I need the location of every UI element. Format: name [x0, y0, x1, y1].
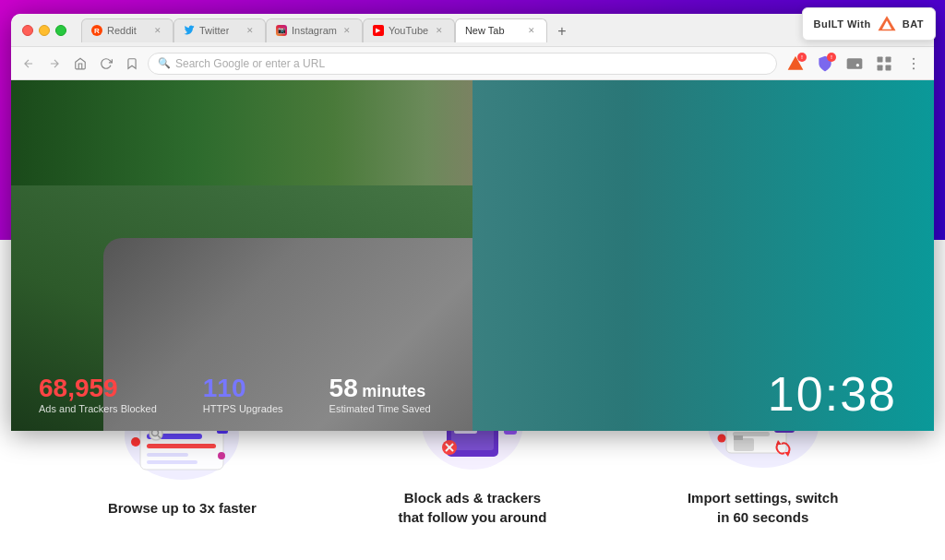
extensions-icon[interactable] — [871, 51, 897, 77]
bat-badge-text2: BAT — [903, 18, 924, 30]
url-input-field[interactable]: 🔍 Search Google or enter a URL — [148, 53, 777, 75]
bat-badge-text1: BuILT With — [814, 18, 871, 30]
tab-instagram-close[interactable]: ✕ — [341, 25, 353, 36]
tab-newtab[interactable]: New Tab ✕ — [455, 18, 547, 42]
svg-point-25 — [131, 437, 140, 447]
svg-rect-20 — [147, 453, 188, 457]
new-tab-button[interactable]: + — [551, 20, 573, 42]
toolbar-right: ! ! — [783, 51, 927, 77]
bat-logo-icon — [877, 14, 897, 34]
time-unit: minutes — [362, 382, 425, 400]
tab-youtube-label: YouTube — [389, 25, 428, 36]
time-value: 58 — [329, 374, 358, 402]
ads-blocked-label: Ads and Trackers Blocked — [39, 403, 157, 414]
traffic-lights — [22, 25, 66, 36]
maximize-button[interactable] — [55, 25, 66, 36]
tab-twitter-close[interactable]: ✕ — [245, 25, 256, 36]
feature-block-ads-label: Block ads & trackersthat follow you arou… — [399, 488, 547, 527]
address-bar: 🔍 Search Google or enter a URL ! ! — [11, 47, 934, 80]
shields-badge: ! — [827, 53, 836, 62]
tab-twitter-label: Twitter — [199, 25, 229, 36]
tab-twitter[interactable]: Twitter ✕ — [173, 18, 266, 42]
https-stat: 110 HTTPS Upgrades — [203, 375, 283, 414]
menu-button[interactable] — [901, 51, 927, 77]
stats-overlay: 68,959 Ads and Trackers Blocked 110 HTTP… — [39, 375, 431, 414]
svg-point-11 — [913, 67, 915, 69]
tab-newtab-label: New Tab — [465, 25, 505, 36]
svg-point-59 — [717, 435, 725, 443]
time-stat: 58 minutes Estimated Time Saved — [329, 375, 431, 414]
svg-rect-5 — [878, 56, 883, 62]
brave-rewards-icon[interactable]: ! — [783, 51, 808, 77]
ads-blocked-value: 68,959 — [39, 375, 157, 401]
home-button[interactable] — [70, 54, 90, 74]
title-bar: R Reddit ✕ Twitter ✕ 📷 Instagram ✕ — [11, 14, 934, 47]
svg-rect-55 — [734, 435, 743, 440]
bat-badge[interactable]: BuILT With BAT — [802, 7, 936, 41]
browser-content: 68,959 Ads and Trackers Blocked 110 HTTP… — [11, 80, 934, 431]
svg-point-9 — [913, 57, 915, 59]
svg-rect-7 — [878, 65, 883, 70]
refresh-button[interactable] — [96, 54, 116, 74]
instagram-favicon: 📷 — [276, 25, 287, 36]
minimize-button[interactable] — [39, 25, 50, 36]
svg-rect-19 — [147, 444, 216, 448]
https-label: HTTPS Upgrades — [203, 403, 283, 414]
svg-rect-6 — [886, 56, 891, 62]
tab-youtube-close[interactable]: ✕ — [434, 25, 445, 36]
back-button[interactable] — [18, 54, 39, 74]
youtube-favicon: ▶ — [373, 25, 384, 36]
tab-reddit-close[interactable]: ✕ — [152, 25, 163, 36]
close-button[interactable] — [22, 25, 33, 36]
svg-rect-4 — [847, 58, 863, 69]
feature-import-label: Import settings, switchin 60 seconds — [688, 488, 838, 527]
tab-newtab-close[interactable]: ✕ — [526, 25, 537, 36]
reddit-favicon: R — [91, 25, 102, 36]
tab-reddit[interactable]: R Reddit ✕ — [81, 18, 173, 42]
feature-browse-faster-label: Browse up to 3x faster — [108, 498, 257, 518]
brave-wallet-icon[interactable] — [842, 51, 867, 77]
brave-shields-icon[interactable]: ! — [812, 51, 838, 77]
browser-window: R Reddit ✕ Twitter ✕ 📷 Instagram ✕ — [11, 14, 934, 431]
twitter-favicon — [184, 25, 195, 36]
clock-display: 10:38 — [768, 366, 897, 422]
time-label: Estimated Time Saved — [329, 403, 431, 414]
tab-instagram[interactable]: 📷 Instagram ✕ — [266, 18, 363, 42]
svg-point-26 — [218, 452, 225, 459]
tab-instagram-label: Instagram — [292, 25, 337, 36]
forward-button[interactable] — [44, 54, 65, 74]
svg-rect-8 — [886, 65, 891, 70]
rewards-badge: ! — [797, 53, 807, 62]
tabs-bar: R Reddit ✕ Twitter ✕ 📷 Instagram ✕ — [81, 18, 923, 42]
svg-rect-21 — [147, 460, 197, 464]
bookmark-button[interactable] — [122, 54, 142, 74]
tab-reddit-label: Reddit — [107, 25, 137, 36]
url-placeholder-text: Search Google or enter a URL — [175, 57, 325, 70]
svg-rect-54 — [734, 438, 754, 451]
https-value: 110 — [203, 375, 283, 401]
svg-point-10 — [913, 62, 915, 64]
ads-blocked-stat: 68,959 Ads and Trackers Blocked — [39, 375, 157, 414]
tab-youtube[interactable]: ▶ YouTube ✕ — [363, 18, 455, 42]
search-icon: 🔍 — [158, 57, 171, 69]
